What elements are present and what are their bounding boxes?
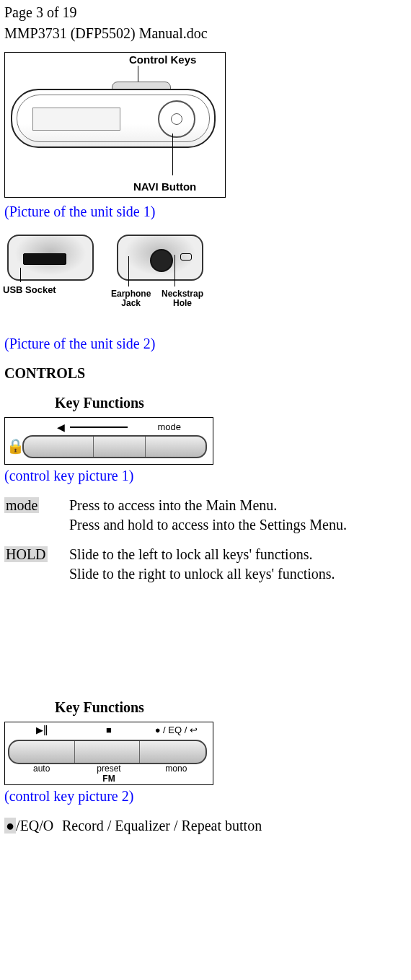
key-description: Record / Equalizer / Repeat button (62, 816, 407, 836)
rec-icon: ● (4, 818, 16, 834)
top-label-stop: ■ (75, 724, 142, 737)
fm-label: FM (5, 773, 213, 784)
doc-filename: MMP3731 (DFP5502) Manual.doc (4, 24, 407, 43)
key-desc-line1: Slide to the left to lock all keys' func… (69, 546, 312, 562)
key-label: HOLD (4, 545, 69, 564)
figure-control-key-2: ▶ǁ ■ ● / EQ / ↩ auto preset mono FM (4, 722, 213, 785)
figure-control-key-1: 🔒 ◀ mode (4, 417, 213, 465)
label-neckstrap-l1: Neckstrap (162, 289, 203, 299)
top-label-play-pause: ▶ǁ (8, 724, 75, 737)
key-desc-row: mode Press to access into the Main Menu.… (4, 496, 407, 535)
subheading-key-functions-2: Key Functions (4, 698, 407, 717)
key-label: mode (4, 496, 69, 515)
device-screen (32, 108, 120, 131)
key-label: ●/EQ/O (4, 816, 62, 836)
key-label-text: mode (4, 497, 39, 513)
page-header: Page 3 of 19 MMP3731 (DFP5502) Manual.do… (4, 3, 407, 43)
label-usb-socket: USB Socket (3, 284, 56, 297)
key-desc-line2: Slide to the right to unlock all keys' f… (69, 566, 335, 582)
segment-divider (74, 741, 75, 763)
segment-divider (139, 741, 140, 763)
caption-control-key-1: (control key picture 1) (4, 466, 407, 486)
label-earphone-jack-l1: Earphone (111, 289, 151, 299)
top-label-rec-eq-repeat: ● / EQ / ↩ (143, 724, 210, 737)
figure-unit-front: Control Keys NAVI Button (4, 52, 226, 198)
caption-unit-side-2: (Picture of the unit side 2) (4, 334, 407, 354)
caption-unit-side-1: (Picture of the unit side 1) (4, 202, 407, 222)
caption-control-key-2: (control key picture 2) (4, 787, 407, 806)
arrow-left-icon: ◀ (57, 421, 65, 434)
key-description: Slide to the left to lock all keys' func… (69, 545, 407, 584)
key-label-text: HOLD (4, 546, 48, 562)
label-neckstrap-hole: Neckstrap Hole (162, 289, 203, 308)
mode-label: mode (157, 421, 181, 434)
key-desc-row: HOLD Slide to the left to lock all keys'… (4, 545, 407, 584)
figure-unit-sides: USB Socket Earphone Jack Neckstrap Hole (4, 232, 212, 333)
key-desc-line2: Press and hold to access into the Settin… (69, 517, 347, 533)
page-number: Page 3 of 19 (4, 3, 407, 22)
key-label-rest: /EQ/O (16, 818, 53, 834)
control-strip-2 (8, 740, 207, 764)
top-labels: ▶ǁ ■ ● / EQ / ↩ (8, 724, 210, 737)
device-navi-wheel (158, 100, 195, 138)
key-desc-text: Record / Equalizer / Repeat button (62, 818, 262, 834)
usb-slot (23, 253, 66, 265)
label-earphone-jack: Earphone Jack (111, 289, 151, 308)
neckstrap-hole (180, 253, 192, 261)
label-earphone-jack-l2: Jack (121, 298, 141, 308)
arrow-line (70, 426, 128, 428)
earphone-jack (150, 249, 173, 272)
whitespace-gap (4, 594, 407, 688)
key-desc-row: ●/EQ/O Record / Equalizer / Repeat butto… (4, 816, 407, 836)
control-strip-1 (22, 435, 207, 458)
label-control-keys: Control Keys (129, 53, 196, 67)
label-navi-button: NAVI Button (133, 180, 196, 194)
device-body (11, 89, 216, 148)
section-controls-heading: CONTROLS (4, 364, 407, 383)
subheading-key-functions-1: Key Functions (4, 393, 407, 413)
key-description: Press to access into the Main Menu. Pres… (69, 496, 407, 535)
key-desc-line1: Press to access into the Main Menu. (69, 497, 277, 513)
endcap-right (117, 235, 203, 281)
label-neckstrap-l2: Hole (173, 298, 192, 308)
